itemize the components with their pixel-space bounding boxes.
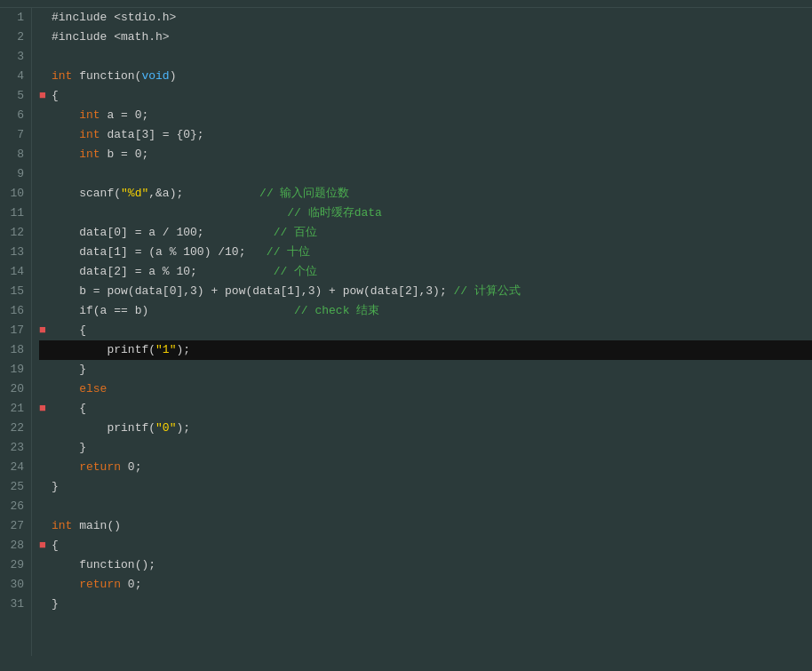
code-line: data[2] = a % 10; // 个位 xyxy=(39,262,812,282)
indent xyxy=(52,301,79,321)
code-line: printf("1"); xyxy=(39,340,812,360)
token-plain: if(a == b) xyxy=(79,301,148,321)
token-plain: a = 0; xyxy=(100,106,149,125)
fold-indicator[interactable]: ■ xyxy=(39,536,52,555)
token-kw: int xyxy=(52,67,72,86)
fold-placeholder xyxy=(39,67,52,86)
code-line: data[1] = (a % 100) /10; // 十位 xyxy=(39,243,812,262)
line-number: 2 xyxy=(7,28,24,47)
indent xyxy=(52,555,79,575)
indent xyxy=(52,106,79,125)
code-line: if(a == b) // check 结束 xyxy=(39,301,812,321)
code-line: int function(void) xyxy=(39,67,812,86)
token-kw: return xyxy=(79,575,121,595)
line-number: 21 xyxy=(7,399,24,419)
token-comment: // 输入问题位数 xyxy=(183,184,349,204)
fold-placeholder xyxy=(39,8,52,28)
token-plain: printf( xyxy=(107,340,155,360)
line-number: 8 xyxy=(7,145,24,164)
code-line: scanf("%d",&a); // 输入问题位数 xyxy=(39,184,812,204)
line-number: 16 xyxy=(7,301,24,321)
fold-placeholder xyxy=(39,223,52,243)
token-plain: { xyxy=(52,536,59,555)
token-plain: } xyxy=(79,438,86,458)
token-comment: // 临时缓存data xyxy=(79,204,382,223)
line-number: 27 xyxy=(7,516,24,536)
code-line: int b = 0; xyxy=(39,145,812,164)
code-line: int main() xyxy=(39,516,812,536)
token-comment: // 计算公式 xyxy=(447,282,521,301)
line-number: 3 xyxy=(7,47,24,67)
token-plain: main() xyxy=(72,516,121,536)
fold-placeholder xyxy=(39,243,52,262)
line-number: 18 xyxy=(7,340,24,360)
code-line: int a = 0; xyxy=(39,106,812,125)
token-plain: ,&a); xyxy=(148,184,183,204)
token-plain: printf( xyxy=(107,419,155,438)
line-number: 20 xyxy=(7,379,24,399)
line-number: 29 xyxy=(7,555,24,575)
token-plain: 0; xyxy=(121,458,141,477)
code-line xyxy=(39,164,812,184)
fold-placeholder xyxy=(39,164,52,184)
token-include: #include <stdio.h> xyxy=(52,8,176,28)
indent xyxy=(52,282,79,301)
fold-placeholder xyxy=(39,47,52,67)
indent xyxy=(52,321,79,340)
title-bar xyxy=(0,0,812,8)
token-plain: data[1] = (a % 100) /10; xyxy=(79,243,245,262)
code-line: } xyxy=(39,595,812,614)
indent xyxy=(52,399,79,419)
fold-indicator[interactable]: ■ xyxy=(39,399,52,419)
code-line xyxy=(39,497,812,516)
line-number: 5 xyxy=(7,86,24,106)
fold-placeholder xyxy=(39,106,52,125)
token-plain: function(); xyxy=(79,555,155,575)
fold-placeholder xyxy=(39,340,52,360)
line-number: 4 xyxy=(7,67,24,86)
token-plain: function( xyxy=(72,67,141,86)
token-include: #include <math.h> xyxy=(52,28,170,47)
code-line: ■ { xyxy=(39,321,812,340)
line-number: 26 xyxy=(7,497,24,516)
fold-placeholder xyxy=(39,438,52,458)
code-line: b = pow(data[0],3) + pow(data[1],3) + po… xyxy=(39,282,812,301)
fold-placeholder xyxy=(39,184,52,204)
code-line: int data[3] = {0}; xyxy=(39,125,812,145)
line-number: 31 xyxy=(7,595,24,614)
token-plain: } xyxy=(79,360,86,379)
code-line: printf("0"); xyxy=(39,419,812,438)
token-comment: // check 结束 xyxy=(148,301,379,321)
indent xyxy=(52,223,79,243)
indent xyxy=(52,419,107,438)
fold-indicator[interactable]: ■ xyxy=(39,321,52,340)
token-kw: return xyxy=(79,458,121,477)
indent xyxy=(52,575,79,595)
token-plain: { xyxy=(79,399,86,419)
indent xyxy=(52,262,79,282)
fold-placeholder xyxy=(39,555,52,575)
line-number: 6 xyxy=(7,106,24,125)
fold-placeholder xyxy=(39,204,52,223)
code-line: #include <math.h> xyxy=(39,28,812,47)
fold-indicator[interactable]: ■ xyxy=(39,86,52,106)
token-str: "%d" xyxy=(121,184,148,204)
fold-placeholder xyxy=(39,379,52,399)
code-line: ■ { xyxy=(39,399,812,419)
code-line: } xyxy=(39,360,812,379)
token-comment: // 百位 xyxy=(204,223,317,243)
indent xyxy=(52,438,79,458)
line-number: 25 xyxy=(7,477,24,497)
token-plain: b = pow(data[0],3) + pow(data[1],3) + po… xyxy=(79,282,446,301)
token-plain: data[2] = a % 10; xyxy=(79,262,197,282)
fold-placeholder xyxy=(39,595,52,614)
token-str: "0" xyxy=(155,419,176,438)
code-line: } xyxy=(39,477,812,497)
fold-placeholder xyxy=(39,497,52,516)
line-number: 10 xyxy=(7,184,24,204)
line-number: 15 xyxy=(7,282,24,301)
code-lines[interactable]: #include <stdio.h> #include <math.h> int… xyxy=(32,8,812,656)
code-line: // 临时缓存data xyxy=(39,204,812,223)
indent xyxy=(52,379,79,399)
token-kw: int xyxy=(79,106,100,125)
